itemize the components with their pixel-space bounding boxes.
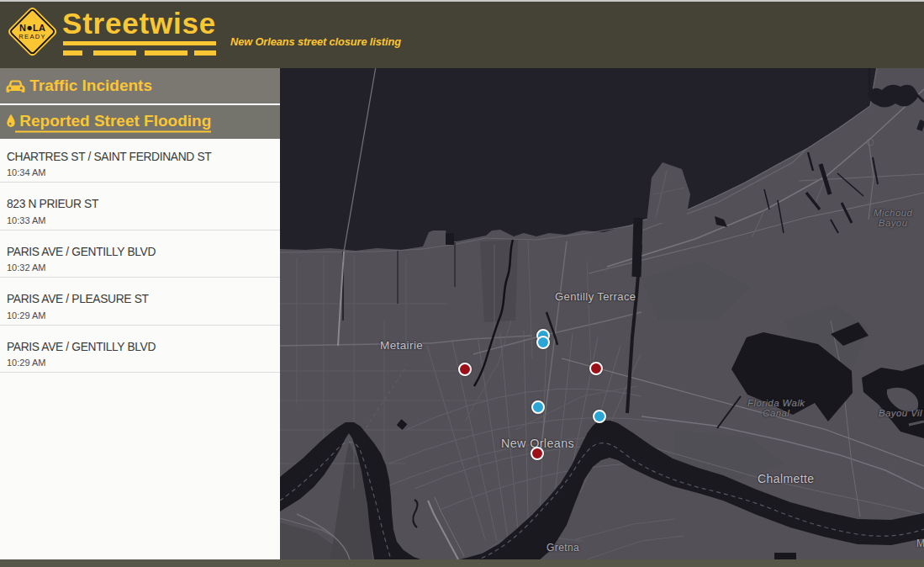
svg-text:N●LA: N●LA (19, 22, 45, 34)
svg-text:READY: READY (18, 33, 46, 40)
